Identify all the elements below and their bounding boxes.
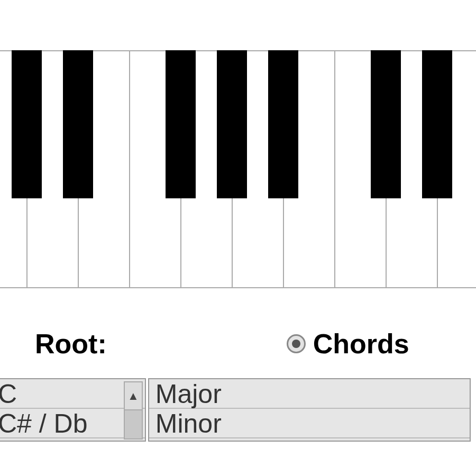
chords-radio[interactable] xyxy=(287,334,306,353)
black-key[interactable] xyxy=(12,50,42,198)
list-item[interactable]: C xyxy=(0,379,145,409)
piano-keyboard[interactable] xyxy=(0,50,476,288)
black-key[interactable] xyxy=(63,50,93,198)
controls-panel: Root: Chords C C# / Db ▲ Major Minor xyxy=(0,328,476,442)
labels-row: Root: Chords xyxy=(5,328,471,360)
black-key[interactable] xyxy=(422,50,452,198)
list-item[interactable]: C# / Db xyxy=(0,409,145,438)
listboxes-row: C C# / Db ▲ Major Minor xyxy=(0,378,471,442)
root-label: Root: xyxy=(35,328,107,360)
radio-dot-icon xyxy=(292,340,300,348)
scrollbar[interactable]: ▲ xyxy=(124,381,143,440)
black-key[interactable] xyxy=(371,50,401,198)
chords-mode-group: Chords xyxy=(287,328,409,360)
scroll-up-icon[interactable]: ▲ xyxy=(125,382,142,410)
list-item[interactable]: Minor xyxy=(149,409,470,438)
chord-type-listbox[interactable]: Major Minor xyxy=(148,378,471,442)
list-item[interactable]: Major xyxy=(149,379,470,409)
scroll-thumb[interactable] xyxy=(125,410,142,438)
black-key[interactable] xyxy=(217,50,247,198)
chords-label: Chords xyxy=(313,328,409,360)
black-key[interactable] xyxy=(268,50,298,198)
black-key[interactable] xyxy=(166,50,196,198)
root-listbox[interactable]: C C# / Db ▲ xyxy=(0,378,146,442)
